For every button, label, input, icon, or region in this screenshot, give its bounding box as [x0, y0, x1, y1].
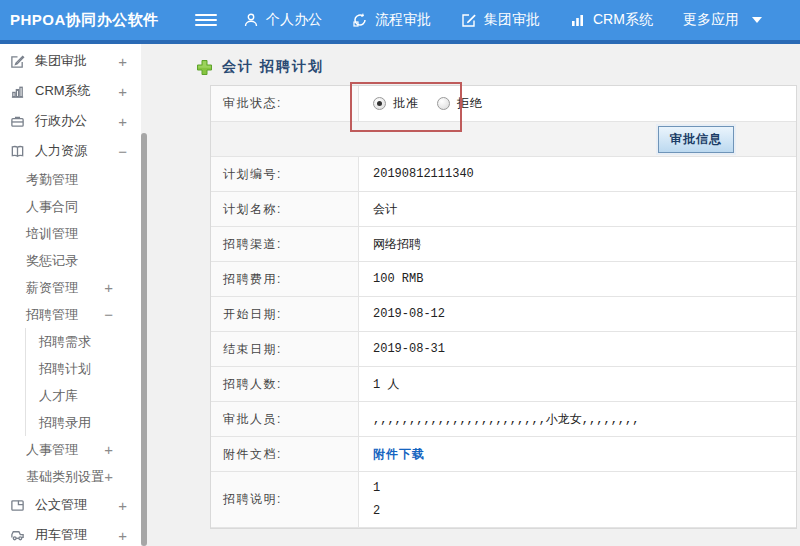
nav-more-apps[interactable]: 更多应用 — [683, 11, 762, 29]
app-logo[interactable]: PHPOA协同办公软件 — [0, 11, 195, 30]
bar-chart-icon — [570, 12, 586, 28]
description-line: 1 — [373, 481, 380, 495]
sidebar-item-label: 招聘计划 — [39, 360, 91, 378]
nav-process-approval[interactable]: 流程审批 — [352, 11, 431, 29]
sidebar-item-label: 招聘需求 — [39, 333, 91, 351]
sidebar-item-label: 招聘管理 — [26, 306, 78, 324]
chevron-down-icon — [752, 17, 762, 23]
table-row-channel: 招聘渠道: 网络招聘 — [211, 227, 796, 262]
expand-toggle[interactable]: + — [118, 527, 141, 544]
nav-label: 更多应用 — [683, 11, 739, 29]
sidebar-item-label: 人才库 — [39, 387, 78, 405]
sidebar-item-crm[interactable]: CRM系统 + — [0, 76, 141, 106]
expand-toggle[interactable]: + — [118, 113, 141, 130]
attachment-download-link[interactable]: 附件下载 — [373, 446, 425, 463]
expand-toggle[interactable]: + — [118, 83, 141, 100]
sidebar-item-label: 培训管理 — [26, 225, 78, 243]
nav-label: 流程审批 — [375, 11, 431, 29]
recruitment-submenu: 招聘需求 招聘计划 人才库 招聘录用 — [25, 328, 141, 436]
approval-info-button[interactable]: 审批信息 — [658, 126, 734, 153]
sidebar-item-label: 招聘录用 — [39, 414, 91, 432]
page-title: 会计 招聘计划 — [196, 58, 800, 76]
table-row-headcount: 招聘人数: 1 人 — [211, 367, 796, 402]
collapse-toggle[interactable]: − — [104, 306, 141, 323]
document-icon — [10, 497, 26, 513]
sidebar-item-recruit-demand[interactable]: 招聘需求 — [26, 328, 141, 355]
nav-group-approval[interactable]: 集团审批 — [461, 11, 540, 29]
sidebar-item-label: 人事管理 — [26, 441, 78, 459]
table-row-approvers: 审批人员: ,,,,,,,,,,,,,,,,,,,,,,,,小龙女,,,,,,,… — [211, 402, 796, 437]
expand-toggle[interactable]: + — [118, 53, 141, 70]
table-row-plan-number: 计划编号: 20190812111340 — [211, 157, 796, 192]
sidebar-item-label: 人力资源 — [35, 142, 87, 160]
bar-chart-icon — [10, 83, 26, 99]
nav-crm-system[interactable]: CRM系统 — [570, 11, 653, 29]
radio-reject-dot[interactable] — [437, 97, 450, 110]
sidebar-item-label: 薪资管理 — [26, 279, 78, 297]
sidebar-item-label: 奖惩记录 — [26, 252, 78, 270]
sidebar-item-recruit-hire[interactable]: 招聘录用 — [26, 409, 141, 436]
approval-radio-group: 批准 拒绝 — [373, 95, 491, 112]
plus-icon — [196, 59, 213, 76]
sidebar-item-hr-contract[interactable]: 人事合同 — [0, 193, 141, 220]
nav-personal-office[interactable]: 个人办公 — [243, 11, 322, 29]
sidebar-item-admin-office[interactable]: 行政办公 + — [0, 106, 141, 136]
sidebar-item-label: CRM系统 — [35, 82, 91, 100]
table-row-plan-name: 计划名称: 会计 — [211, 192, 796, 227]
field-label: 审批状态: — [211, 86, 359, 121]
book-icon — [10, 143, 26, 159]
recruitment-plan-form: 审批状态: 批准 拒绝 审批信息 — [210, 85, 797, 529]
sidebar-item-rewards[interactable]: 奖惩记录 — [0, 247, 141, 274]
sidebar: 集团审批 + CRM系统 + 行政办公 + 人力资源 − 考勤管理 人事合同 培… — [0, 44, 141, 546]
sidebar-item-label: 考勤管理 — [26, 171, 78, 189]
collapse-toggle[interactable]: − — [118, 143, 141, 160]
table-row-end-date: 结束日期: 2019-08-31 — [211, 332, 796, 367]
sidebar-item-label: 用车管理 — [35, 526, 87, 544]
edit-icon — [10, 53, 26, 69]
nav-label: CRM系统 — [593, 11, 653, 29]
sidebar-item-label: 基础类别设置 — [26, 468, 104, 486]
expand-toggle[interactable]: + — [104, 441, 141, 458]
car-icon — [10, 527, 26, 543]
expand-toggle[interactable]: + — [118, 497, 141, 514]
table-row-attachment: 附件文档: 附件下载 — [211, 437, 796, 472]
sidebar-item-talent-pool[interactable]: 人才库 — [26, 382, 141, 409]
table-row-start-date: 开始日期: 2019-08-12 — [211, 297, 796, 332]
sidebar-item-training[interactable]: 培训管理 — [0, 220, 141, 247]
sidebar-item-group-approval[interactable]: 集团审批 + — [0, 46, 141, 76]
description-line: 2 — [373, 504, 380, 518]
page-title-text: 会计 招聘计划 — [222, 58, 324, 76]
radio-approve[interactable]: 批准 — [373, 95, 419, 112]
approval-status-row: 审批状态: 批准 拒绝 — [211, 86, 796, 122]
expand-toggle[interactable]: + — [104, 468, 141, 485]
sidebar-item-attendance[interactable]: 考勤管理 — [0, 166, 141, 193]
radio-approve-dot[interactable] — [373, 97, 386, 110]
nav-label: 个人办公 — [266, 11, 322, 29]
briefcase-icon — [10, 113, 26, 129]
sidebar-item-label: 行政办公 — [35, 112, 87, 130]
edit-icon — [461, 12, 477, 28]
sidebar-item-base-category[interactable]: 基础类别设置 + — [0, 463, 141, 490]
sidebar-item-recruitment[interactable]: 招聘管理 − — [0, 301, 141, 328]
top-header: PHPOA协同办公软件 个人办公 流程审批 集团审批 CRM系统 更多应用 — [0, 0, 800, 44]
sidebar-item-vehicle[interactable]: 用车管理 + — [0, 520, 141, 546]
sidebar-item-documents[interactable]: 公文管理 + — [0, 490, 141, 520]
expand-toggle[interactable]: + — [104, 279, 141, 296]
main-content: 会计 招聘计划 审批状态: 批准 拒绝 — [147, 44, 800, 546]
sidebar-item-recruit-plan[interactable]: 招聘计划 — [26, 355, 141, 382]
rotate-arrow-icon — [352, 12, 368, 28]
approval-button-row: 审批信息 — [211, 122, 796, 157]
sidebar-item-personnel[interactable]: 人事管理 + — [0, 436, 141, 463]
table-row-description: 招聘说明: 1 2 — [211, 472, 796, 528]
sidebar-item-human-resources[interactable]: 人力资源 − — [0, 136, 141, 166]
sidebar-item-salary[interactable]: 薪资管理 + — [0, 274, 141, 301]
nav-label: 集团审批 — [484, 11, 540, 29]
sidebar-item-label: 公文管理 — [35, 496, 87, 514]
hamburger-menu-icon[interactable] — [195, 14, 217, 26]
user-icon — [243, 12, 259, 28]
field-value: 批准 拒绝 — [359, 86, 796, 121]
table-row-cost: 招聘费用: 100 RMB — [211, 262, 796, 297]
radio-reject[interactable]: 拒绝 — [437, 95, 483, 112]
sidebar-item-label: 人事合同 — [26, 198, 78, 216]
sidebar-item-label: 集团审批 — [35, 52, 87, 70]
